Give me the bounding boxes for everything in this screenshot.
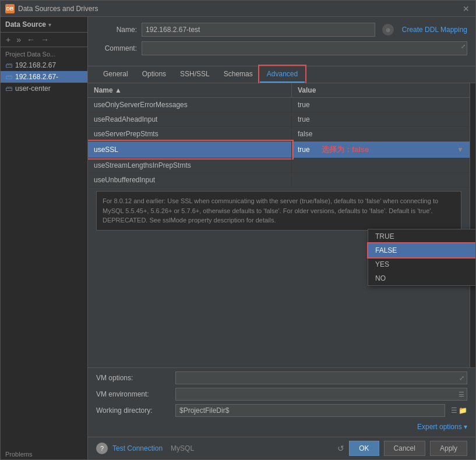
vm-env-input[interactable]: ☰ — [175, 388, 467, 401]
description-box: For 8.0.12 and earlier: Use SSL when com… — [96, 191, 461, 231]
cell-value-usessl: true 选择为：false ▼ — [292, 141, 470, 158]
comment-row: Comment: ⤢ — [96, 41, 467, 55]
sidebar-item-label-3: user-center — [15, 84, 51, 93]
table-row[interactable]: useServerPrepStmts false — [88, 127, 470, 141]
sidebar-header: Data Source ▾ — [1, 17, 87, 33]
refresh-button[interactable]: ↺ — [337, 444, 344, 453]
db-icon-2: 🗃 — [5, 73, 12, 81]
browse-vm-icon: ☰ — [459, 391, 464, 398]
add-datasource-button[interactable]: + — [4, 34, 12, 45]
name-label: Name: — [96, 26, 137, 34]
dropdown-item-true[interactable]: TRUE — [368, 229, 475, 243]
db-icon-1: 🗃 — [5, 61, 12, 69]
tab-general[interactable]: General — [96, 66, 135, 83]
test-connection-button[interactable]: Test Connection — [112, 444, 163, 452]
col-name-header: Name ▲ — [88, 83, 292, 97]
cancel-button[interactable]: Cancel — [384, 441, 425, 456]
description-text: For 8.0.12 and earlier: Use SSL when com… — [103, 197, 438, 224]
expert-options-row: Expert options ▾ — [96, 420, 467, 433]
sidebar-item-1[interactable]: 🗃 192.168.2.67 — [1, 59, 87, 71]
cell-name: useServerPrepStmts — [88, 127, 292, 141]
comment-label: Comment: — [96, 44, 137, 52]
sidebar-item-label-1: 192.168.2.67 — [15, 61, 56, 69]
sidebar-header-label: Data Source — [5, 20, 46, 29]
table-row[interactable]: useUnbufferedInput — [88, 173, 470, 187]
help-button[interactable]: ? — [96, 443, 108, 454]
cell-name: useUnbufferedInput — [88, 173, 292, 187]
dropdown-menu: TRUE FALSE 3 YES NO — [368, 229, 475, 286]
cell-value: false — [292, 127, 470, 141]
problems-section: Problems — [1, 447, 87, 459]
dropdown-item-yes[interactable]: YES — [368, 257, 475, 271]
expert-options-link[interactable]: Expert options ▾ — [417, 423, 467, 431]
dropdown-arrow-usessl[interactable]: ▼ — [457, 146, 464, 154]
sidebar: Data Source ▾ + » ← → Project Data So...… — [1, 17, 88, 459]
cell-name: useReadAheadInput — [88, 112, 292, 126]
sidebar-item-2[interactable]: 🗃 192.168.2.67- — [1, 71, 87, 83]
comment-input[interactable]: ⤢ — [142, 41, 467, 55]
ddl-mapping-link[interactable]: Create DDL Mapping — [402, 26, 467, 34]
right-panel: Name: ⊕ Create DDL Mapping Comment: ⤢ Ge… — [88, 17, 475, 459]
working-dir-label: Working directory: — [96, 406, 172, 415]
apply-button[interactable]: Apply — [430, 441, 467, 456]
vm-options-row: VM options: ⤢ — [96, 371, 467, 384]
sidebar-dropdown-arrow[interactable]: ▾ — [48, 22, 51, 28]
vm-env-row: VM environment: ☰ — [96, 388, 467, 401]
table-row-usessl[interactable]: useSSL 2 true 选择为：false ▼ — [88, 141, 470, 158]
cell-value — [292, 173, 470, 187]
cell-name: useOnlyServerErrorMessages — [88, 98, 292, 112]
window-title: Data Sources and Drivers — [18, 5, 461, 13]
table-row[interactable]: useOnlyServerErrorMessages true — [88, 98, 470, 112]
cell-value — [292, 158, 470, 172]
working-dir-folder-icon[interactable]: 📁 — [459, 406, 467, 415]
vm-options-label: VM options: — [96, 374, 172, 382]
main-window: DB Data Sources and Drivers ✕ Data Sourc… — [0, 0, 476, 460]
forward-button[interactable]: → — [39, 34, 51, 45]
back-button[interactable]: ← — [25, 34, 37, 45]
tab-options[interactable]: Options — [135, 66, 173, 83]
table-row[interactable]: useStreamLengthsInPrepStmts — [88, 158, 470, 173]
sidebar-toolbar: + » ← → — [1, 33, 87, 47]
working-dir-input[interactable]: $ProjectFileDir$ — [175, 404, 445, 417]
working-dir-row: Working directory: $ProjectFileDir$ ☰ 📁 — [96, 404, 467, 417]
dropdown-item-no[interactable]: NO — [368, 271, 475, 285]
name-input[interactable] — [142, 23, 375, 37]
working-dir-value: $ProjectFileDir$ — [179, 406, 229, 415]
url-icon[interactable]: ⊕ — [382, 24, 394, 36]
name-row: Name: ⊕ Create DDL Mapping — [96, 23, 467, 37]
close-button[interactable]: ✕ — [461, 4, 471, 13]
expand-vm-icon: ⤢ — [459, 374, 464, 382]
cell-value: true — [292, 98, 470, 112]
scrollbar[interactable] — [470, 83, 475, 367]
vm-env-label: VM environment: — [96, 390, 172, 398]
sidebar-section-label: Project Data So... — [1, 47, 87, 59]
sidebar-item-3[interactable]: 🗃 user-center — [1, 83, 87, 94]
connection-header: Name: ⊕ Create DDL Mapping Comment: ⤢ — [88, 17, 475, 66]
tabs-bar: General Options SSH/SSL Schemas Advanced — [88, 66, 475, 83]
col-value-header: Value — [292, 83, 470, 97]
dropdown-item-false[interactable]: FALSE 3 — [368, 243, 475, 257]
footer-bar: ? Test Connection MySQL ↺ OK Cancel Appl… — [88, 437, 475, 459]
annotation-text: 选择为：false — [322, 144, 369, 155]
more-button[interactable]: » — [15, 34, 23, 45]
working-dir-browse-icon[interactable]: ☰ — [451, 406, 457, 415]
table-row[interactable]: useReadAheadInput true — [88, 112, 470, 127]
driver-label: MySQL — [171, 444, 194, 452]
cell-name-usessl: useSSL 2 — [88, 141, 292, 158]
tab-advanced[interactable]: Advanced — [260, 66, 305, 83]
table-header: Name ▲ Value — [88, 83, 470, 98]
sidebar-item-label-2: 192.168.2.67- — [15, 73, 58, 81]
title-bar: DB Data Sources and Drivers ✕ — [1, 1, 475, 17]
ok-button[interactable]: OK — [349, 441, 379, 456]
properties-table: Name ▲ Value useOnlyServerErrorMessages … — [88, 83, 470, 367]
bottom-section: VM options: ⤢ VM environment: ☰ Working … — [88, 367, 475, 437]
vm-options-input[interactable]: ⤢ — [175, 371, 467, 384]
app-icon: DB — [5, 4, 15, 13]
tab-sshssl[interactable]: SSH/SSL — [173, 66, 217, 83]
cell-value: true — [292, 112, 470, 126]
db-icon-3: 🗃 — [5, 84, 12, 93]
expand-icon: ⤢ — [461, 43, 466, 49]
working-dir-icons: ☰ 📁 — [451, 406, 467, 415]
tab-schemas[interactable]: Schemas — [217, 66, 260, 83]
cell-name: useStreamLengthsInPrepStmts — [88, 158, 292, 172]
